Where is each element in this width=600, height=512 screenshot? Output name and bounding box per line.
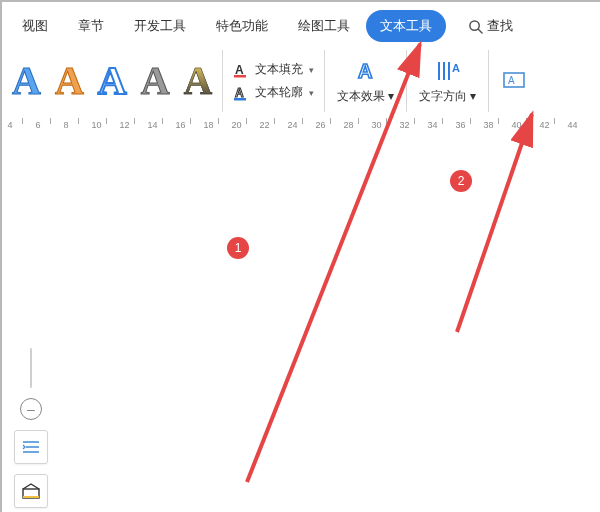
wordart-preset-5[interactable]: A bbox=[184, 61, 213, 101]
svg-text:A: A bbox=[235, 86, 244, 100]
envelope-button[interactable] bbox=[14, 474, 48, 508]
tab-dev-tools[interactable]: 开发工具 bbox=[120, 10, 200, 42]
svg-line-1 bbox=[478, 29, 482, 33]
envelope-open-icon bbox=[22, 483, 40, 499]
search-icon bbox=[468, 19, 483, 34]
text-outline-icon: A bbox=[233, 85, 249, 101]
svg-text:A: A bbox=[452, 62, 460, 74]
tab-featured[interactable]: 特色功能 bbox=[202, 10, 282, 42]
text-direction-icon: A bbox=[435, 58, 461, 84]
outline-view-button[interactable] bbox=[14, 430, 48, 464]
text-outline-button[interactable]: A 文本轮廓 ▾ bbox=[233, 84, 314, 101]
svg-text:A: A bbox=[508, 75, 515, 86]
svg-rect-3 bbox=[234, 75, 246, 78]
tab-draw-tools[interactable]: 绘图工具 bbox=[284, 10, 364, 42]
svg-text:A: A bbox=[358, 60, 372, 82]
text-fill-label: 文本填充 bbox=[255, 61, 303, 78]
text-direction-label: 文字方向 bbox=[419, 88, 467, 105]
wordart-preset-3[interactable]: A bbox=[98, 61, 127, 101]
chevron-down-icon: ▾ bbox=[388, 89, 394, 103]
textbox-icon: A bbox=[501, 68, 527, 94]
text-direction-button[interactable]: A 文字方向▾ bbox=[407, 50, 489, 112]
find-label: 查找 bbox=[487, 10, 513, 42]
ribbon-tabs: 视图 章节 开发工具 特色功能 绘图工具 文本工具 查找 bbox=[2, 2, 600, 51]
chevron-down-icon: ▾ bbox=[309, 88, 314, 98]
svg-rect-5 bbox=[234, 98, 246, 101]
tab-view[interactable]: 视图 bbox=[8, 10, 62, 42]
wordart-gallery[interactable]: A A A A A bbox=[2, 50, 223, 112]
text-fill-icon: A bbox=[233, 62, 249, 78]
svg-rect-17 bbox=[23, 496, 39, 498]
document-canvas[interactable] bbox=[2, 138, 600, 512]
chevron-down-icon: ▾ bbox=[470, 89, 476, 103]
text-effects-button[interactable]: A 文本效果▾ bbox=[325, 50, 407, 112]
find-button[interactable]: 查找 bbox=[454, 10, 527, 42]
chevron-down-icon: ▾ bbox=[309, 65, 314, 75]
text-outline-label: 文本轮廓 bbox=[255, 84, 303, 101]
zoom-out-button[interactable]: – bbox=[20, 398, 42, 420]
toolbar-track bbox=[30, 348, 32, 388]
wordart-preset-4[interactable]: A bbox=[141, 61, 170, 101]
text-fill-outline-group: A 文本填充 ▾ A 文本轮廓 ▾ bbox=[223, 50, 325, 112]
svg-text:A: A bbox=[235, 63, 244, 77]
wordart-preset-2[interactable]: A bbox=[55, 61, 84, 101]
ribbon-more-button[interactable]: A bbox=[489, 50, 539, 112]
app-window: 视图 章节 开发工具 特色功能 绘图工具 文本工具 查找 A A A A A A… bbox=[0, 0, 600, 512]
outline-icon bbox=[22, 440, 40, 454]
wordart-preset-1[interactable]: A bbox=[12, 61, 41, 101]
floating-toolbar: – bbox=[14, 348, 48, 508]
tab-text-tools[interactable]: 文本工具 bbox=[366, 10, 446, 42]
text-fill-button[interactable]: A 文本填充 ▾ bbox=[233, 61, 314, 78]
text-effects-label: 文本效果 bbox=[337, 88, 385, 105]
tab-chapter[interactable]: 章节 bbox=[64, 10, 118, 42]
horizontal-ruler: 468101214161820222426283032343638404244 bbox=[2, 112, 600, 139]
ribbon-panel: A A A A A A 文本填充 ▾ A 文本轮廓 ▾ A 文本效果▾ bbox=[2, 50, 600, 113]
text-effects-icon: A bbox=[353, 58, 379, 84]
